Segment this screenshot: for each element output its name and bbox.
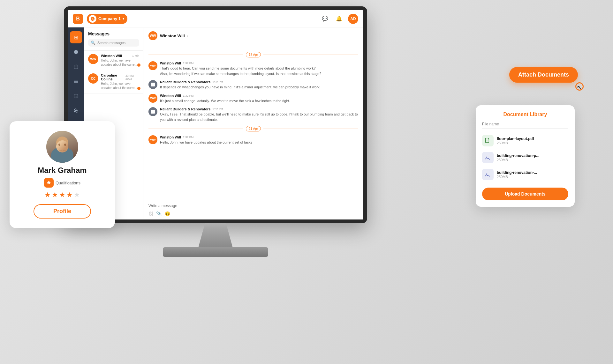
profile-quals: Qualifications (44, 178, 80, 188)
doc-item-1[interactable]: building-renovation-p... 250MB (482, 149, 568, 166)
message-row-1: WW Winston Will 1:32 PM That's good to h… (148, 61, 358, 76)
msg-content-3: Winston Will 1:32 PM It's just a small c… (160, 94, 358, 104)
msg-text-1: That's good to hear. Can you send me som… (160, 66, 358, 76)
image-tool-icon[interactable]: 🖼 (148, 211, 153, 216)
message-row-2: Reliant Builders & Renovators 1:32 PM It… (148, 80, 358, 90)
document-library: Document Library File name floor-plan-la… (476, 105, 575, 207)
msg-header-4: Reliant Builders & Renovators 1:32 PM (160, 107, 358, 111)
star-rating: ★ ★ ★ ★ ★ (44, 191, 80, 199)
doc-icon-img-1 (482, 152, 494, 163)
search-box[interactable]: 🔍 ⊟ (88, 39, 139, 47)
chat-input-area: 🖼 📎 😊 (143, 199, 363, 219)
svg-rect-4 (76, 52, 78, 54)
msg-text-4: Okay, I see. That should be doable, but … (160, 112, 358, 122)
msg-time-4: 1:32 PM (212, 108, 223, 111)
msg-sender-4: Reliant Builders & Renovators (160, 107, 210, 111)
chat-toolbar: 🖼 📎 😊 (148, 211, 358, 216)
msg-avatar-rb-2 (148, 107, 157, 116)
doc-item-2[interactable]: building-renovation-... 250MB (482, 166, 568, 183)
conv-preview-ww: Hello, John, we have updates about the c… (101, 58, 139, 67)
doc-name-2: building-renovation-... (497, 170, 568, 175)
msg-sender-5: Winston Will (160, 135, 181, 139)
conv-content-cc: Caronline Collins 23 Mar 2023 Hello, Joh… (101, 73, 139, 90)
chat-input[interactable] (148, 202, 358, 209)
conv-preview-cc: Hello, John, we have updates about the c… (101, 82, 139, 90)
doc-info-1: building-renovation-p... 250MB (497, 153, 568, 162)
company-name: Company 1 (98, 16, 121, 21)
msg-sender-1: Winston Will (160, 61, 181, 65)
messages-header: Messages 🔍 ⊟ (84, 27, 143, 51)
unread-dot-ww (137, 63, 140, 67)
messages-title: Messages (88, 31, 139, 36)
msg-time-1: 1:32 PM (183, 62, 194, 65)
search-icon: 🔍 (91, 41, 95, 45)
attach-docs-button[interactable]: Attach Documents (509, 67, 578, 83)
conv-avatar-ww: WW (88, 54, 98, 64)
sidebar-item-grid[interactable]: ⊞ (70, 31, 82, 43)
star-3: ★ (59, 191, 65, 199)
doc-size-0: 250MB (497, 141, 568, 145)
profile-card: Mark Graham Qualifications ★ ★ ★ ★ ★ Pro… (10, 121, 115, 228)
conv-avatar-cc: CC (88, 73, 98, 84)
sidebar-item-building[interactable] (70, 90, 82, 102)
sidebar-item-list[interactable] (70, 75, 82, 87)
chat-user-name: Winston Will (160, 33, 185, 38)
company-avatar: B (89, 15, 96, 23)
company-chevron-icon: ▾ (123, 17, 124, 20)
msg-avatar-ww-2: WW (148, 94, 157, 103)
msg-content-1: Winston Will 1:32 PM That's good to hear… (160, 61, 358, 76)
conv-name-cc: Caronline Collins (101, 73, 125, 81)
conversation-item-cc[interactable]: CC Caronline Collins 23 Mar 2023 Hello, … (84, 70, 143, 93)
monitor-stand (198, 223, 233, 249)
divider-line-left-2 (148, 129, 243, 129)
chat-header: WW Winston Will › (143, 27, 363, 44)
conv-time-ww: 1 min (132, 54, 139, 57)
search-input[interactable] (97, 41, 141, 45)
svg-rect-6 (74, 65, 78, 69)
svg-point-24 (486, 157, 487, 158)
msg-avatar-rb-1 (148, 80, 157, 89)
conversation-item-ww[interactable]: WW Winston Will 1 min Hello, John, we ha… (84, 51, 143, 70)
date-divider-18apr: 18 Apr (148, 52, 358, 57)
conv-time-cc: 23 Mar 2023 (125, 74, 139, 80)
profile-avatar-wrapper (46, 131, 78, 163)
top-bar: B B Company 1 ▾ 💬 🔔 AD (68, 10, 363, 27)
logo-icon: B (73, 14, 83, 24)
msg-text-3: It's just a small change, actually. We w… (160, 98, 358, 104)
upload-documents-button[interactable]: Upload Documents (482, 188, 568, 200)
doc-info-0: floor-plan-layout.pdf 250MB (497, 137, 568, 145)
doc-item-0[interactable]: floor-plan-layout.pdf 250MB (482, 132, 568, 149)
star-5: ★ (74, 191, 80, 199)
chat-icon[interactable]: 💬 (320, 14, 330, 24)
profile-name: Mark Graham (38, 166, 87, 175)
star-4: ★ (66, 191, 73, 199)
msg-header-3: Winston Will 1:32 PM (160, 94, 358, 98)
msg-header-5: Winston Will 1:32 PM (160, 135, 358, 139)
emoji-tool-icon[interactable]: 😊 (165, 211, 170, 216)
company-selector[interactable]: B Company 1 ▾ (87, 14, 127, 24)
chat-messages: 18 Apr WW Winston Will 1:32 PM (143, 44, 363, 199)
conv-content-ww: Winston Will 1 min Hello, John, we have … (101, 54, 139, 67)
msg-content-5: Winston Will 1:32 PM Hello, John, we hav… (160, 135, 358, 145)
date-divider-21apr: 21 Apr (148, 126, 358, 131)
doc-icon-pdf (482, 135, 494, 146)
attach-tool-icon[interactable]: 📎 (156, 211, 162, 216)
svg-rect-5 (74, 52, 76, 54)
sidebar-item-calendar[interactable] (70, 61, 82, 73)
qual-text: Qualifications (56, 181, 80, 185)
doc-size-1: 250MB (497, 158, 568, 162)
msg-time-5: 1:32 PM (183, 136, 194, 139)
sidebar-item-home[interactable] (70, 46, 82, 58)
notification-icon[interactable]: 🔔 (334, 14, 344, 24)
sidebar-item-team[interactable] (70, 105, 82, 117)
top-bar-left: B B Company 1 ▾ (73, 14, 127, 24)
chat-user-avatar: WW (148, 31, 157, 40)
msg-sender-2: Reliant Builders & Renovators (160, 80, 210, 84)
svg-rect-2 (74, 50, 76, 52)
user-avatar[interactable]: AD (348, 14, 358, 24)
chat-chevron-icon: › (187, 34, 188, 38)
conv-header-ww: Winston Will 1 min (101, 54, 139, 58)
divider-line-right (263, 55, 358, 55)
msg-text-2: It depends on what changes you have in m… (160, 85, 358, 90)
profile-button[interactable]: Profile (34, 204, 91, 219)
